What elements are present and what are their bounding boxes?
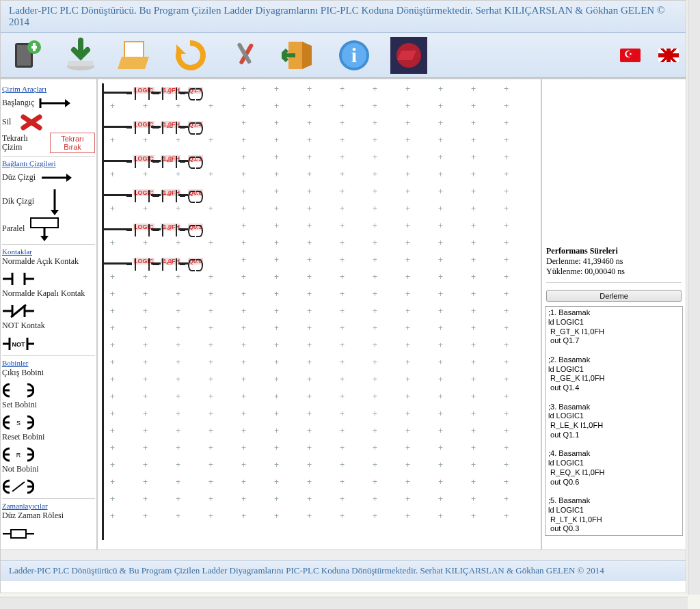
- grid-point[interactable]: +: [176, 289, 180, 299]
- grid-point[interactable]: +: [143, 306, 148, 316]
- grid-point[interactable]: +: [307, 340, 312, 350]
- grid-point[interactable]: +: [307, 409, 312, 418]
- rung-contact[interactable]: [132, 258, 152, 271]
- grid-point[interactable]: +: [241, 477, 246, 487]
- grid-point[interactable]: +: [143, 204, 148, 213]
- grid-point[interactable]: +: [471, 426, 476, 435]
- grid-point[interactable]: +: [143, 443, 148, 452]
- exit-door-icon[interactable]: [281, 37, 318, 74]
- grid-point[interactable]: +: [307, 118, 312, 128]
- refresh-icon[interactable]: [172, 37, 208, 74]
- grid-point[interactable]: +: [438, 84, 443, 94]
- grid-point[interactable]: +: [405, 306, 410, 316]
- grid-point[interactable]: +: [340, 375, 345, 384]
- grid-point[interactable]: +: [176, 135, 180, 145]
- grid-point[interactable]: +: [471, 255, 476, 265]
- grid-point[interactable]: +: [274, 170, 279, 179]
- grid-point[interactable]: +: [504, 323, 509, 333]
- grid-point[interactable]: +: [405, 101, 410, 111]
- grid-point[interactable]: +: [340, 392, 345, 401]
- tool-on-delay-timer[interactable]: Düz Zaman Rölesi: [2, 511, 95, 542]
- grid-point[interactable]: +: [307, 255, 312, 265]
- grid-point[interactable]: +: [340, 170, 345, 179]
- grid-point[interactable]: +: [110, 289, 115, 299]
- grid-point[interactable]: +: [373, 152, 377, 162]
- grid-point[interactable]: +: [143, 392, 148, 401]
- grid-point[interactable]: +: [471, 443, 476, 452]
- flag-turkey[interactable]: [620, 49, 641, 62]
- grid-point[interactable]: +: [110, 357, 115, 367]
- grid-point[interactable]: +: [373, 238, 377, 247]
- rung-coil[interactable]: [188, 122, 203, 135]
- grid-point[interactable]: +: [373, 443, 377, 452]
- rung-coil[interactable]: [188, 191, 203, 203]
- grid-point[interactable]: +: [307, 187, 312, 196]
- window-vscroll[interactable]: [688, 0, 700, 595]
- grid-point[interactable]: +: [176, 443, 180, 452]
- grid-point[interactable]: +: [504, 204, 509, 213]
- grid-point[interactable]: +: [471, 392, 476, 401]
- grid-point[interactable]: +: [274, 443, 279, 452]
- grid-point[interactable]: +: [274, 323, 279, 333]
- grid-point[interactable]: +: [373, 357, 377, 367]
- rung-compare-contact[interactable]: >=: [159, 122, 180, 134]
- grid-point[interactable]: +: [307, 392, 312, 401]
- grid-point[interactable]: +: [405, 392, 410, 401]
- grid-point[interactable]: +: [438, 409, 443, 418]
- grid-point[interactable]: +: [176, 392, 180, 401]
- grid-point[interactable]: +: [241, 170, 246, 179]
- grid-point[interactable]: +: [241, 272, 246, 282]
- grid-point[interactable]: +: [110, 460, 115, 470]
- grid-point[interactable]: +: [405, 187, 410, 196]
- grid-point[interactable]: +: [143, 426, 148, 435]
- grid-point[interactable]: +: [176, 477, 180, 487]
- grid-point[interactable]: +: [110, 340, 115, 350]
- grid-point[interactable]: +: [143, 375, 148, 384]
- grid-point[interactable]: +: [471, 238, 476, 247]
- grid-point[interactable]: +: [241, 187, 246, 196]
- grid-point[interactable]: +: [471, 357, 476, 367]
- grid-point[interactable]: +: [307, 426, 312, 435]
- grid-point[interactable]: +: [307, 221, 312, 230]
- grid-point[interactable]: +: [471, 272, 476, 282]
- grid-point[interactable]: +: [176, 101, 180, 111]
- tool-no-contact[interactable]: Normalde Açık Kontak: [2, 257, 95, 288]
- grid-point[interactable]: +: [110, 272, 115, 282]
- grid-point[interactable]: +: [405, 340, 410, 350]
- grid-point[interactable]: +: [504, 375, 509, 384]
- rung-compare-contact[interactable]: >: [159, 87, 180, 100]
- grid-point[interactable]: +: [208, 204, 213, 213]
- grid-point[interactable]: +: [405, 170, 410, 179]
- grid-point[interactable]: +: [438, 118, 443, 128]
- grid-point[interactable]: +: [438, 375, 443, 384]
- grid-point[interactable]: +: [307, 170, 312, 179]
- grid-point[interactable]: +: [373, 340, 377, 350]
- grid-point[interactable]: +: [504, 460, 509, 470]
- tool-not-coil[interactable]: Not Bobini: [2, 465, 95, 496]
- grid-point[interactable]: +: [307, 443, 312, 452]
- grid-point[interactable]: +: [110, 426, 115, 435]
- grid-point[interactable]: +: [373, 170, 377, 179]
- rung-contact[interactable]: [132, 87, 152, 100]
- grid-point[interactable]: +: [241, 289, 246, 299]
- grid-point[interactable]: +: [438, 460, 443, 470]
- grid-point[interactable]: +: [241, 357, 246, 367]
- grid-point[interactable]: +: [307, 238, 312, 247]
- grid-point[interactable]: +: [274, 238, 279, 247]
- grid-point[interactable]: +: [405, 494, 410, 504]
- tool-output-coil[interactable]: Çıkış Bobini: [2, 368, 95, 399]
- chip-icon[interactable]: [390, 37, 427, 74]
- grid-point[interactable]: +: [504, 84, 509, 94]
- grid-point[interactable]: +: [405, 84, 410, 94]
- grid-point[interactable]: +: [340, 494, 345, 504]
- grid-point[interactable]: +: [504, 135, 509, 145]
- grid-point[interactable]: +: [504, 101, 509, 111]
- grid-point[interactable]: +: [438, 170, 443, 179]
- grid-point[interactable]: +: [208, 426, 213, 435]
- grid-point[interactable]: +: [438, 152, 443, 162]
- grid-point[interactable]: +: [143, 409, 148, 418]
- grid-point[interactable]: +: [438, 340, 443, 350]
- grid-point[interactable]: +: [241, 152, 246, 162]
- rung-contact[interactable]: [132, 224, 152, 236]
- grid-point[interactable]: +: [176, 426, 180, 435]
